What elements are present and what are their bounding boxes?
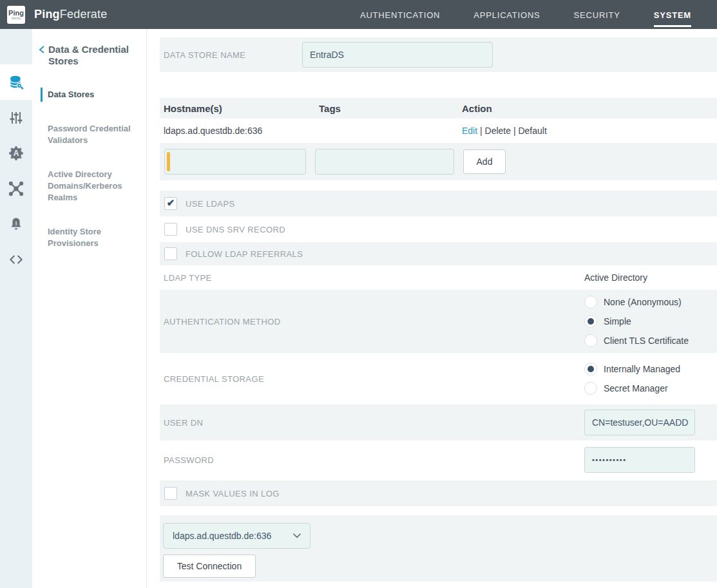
- sidebar-item-data-stores[interactable]: Data Stores: [32, 89, 146, 100]
- password-row: PASSWORD ••••••••••: [160, 441, 717, 479]
- add-button[interactable]: Add: [463, 149, 506, 174]
- add-hostname-row: Add: [160, 143, 717, 180]
- hostname-cell: ldaps.ad.questdb.de:636: [164, 126, 319, 136]
- radio-label: None (Anonymous): [604, 297, 682, 307]
- app-title-light: Federate: [60, 8, 108, 21]
- use-dns-srv-row: ✔ USE DNS SRV RECORD: [160, 216, 717, 242]
- use-ldaps-checkbox[interactable]: ✔: [164, 197, 177, 210]
- action-separator: |: [480, 126, 485, 136]
- hosts-table-header: Hostname(s) Tags Action: [160, 98, 717, 119]
- administrative-accounts-icon[interactable]: A: [0, 135, 32, 171]
- back-chevron-icon[interactable]: [38, 45, 47, 67]
- radio-button[interactable]: [584, 296, 597, 308]
- credential-storage-options: Internally Managed Secret Manager: [584, 363, 717, 395]
- extensions-icon[interactable]: [0, 242, 32, 277]
- follow-ldap-referrals-checkbox[interactable]: ✔: [164, 247, 177, 260]
- user-dn-label: USER DN: [164, 418, 584, 428]
- logo-subtext: Identity: [12, 17, 21, 20]
- credential-storage-row: CREDENTIAL STORAGE Internally Managed Se…: [160, 353, 717, 404]
- sidebar-item-identity-store-provisioners[interactable]: Identity Store Provisioners: [32, 226, 146, 249]
- hostname-dropdown[interactable]: ldaps.ad.questdb.de:636: [163, 523, 311, 549]
- radio-label: Secret Manager: [604, 383, 668, 394]
- test-connection-button[interactable]: Test Connection: [163, 555, 256, 578]
- icon-rail: A !: [0, 29, 32, 588]
- use-dns-srv-checkbox[interactable]: ✔: [164, 223, 177, 236]
- user-dn-row: USER DN CN=testuser,OU=AADD: [160, 404, 717, 441]
- top-navigation: AUTHENTICATION APPLICATIONS SECURITY SYS…: [360, 3, 691, 27]
- column-tags: Tags: [319, 103, 462, 114]
- delete-link[interactable]: Delete: [485, 126, 511, 136]
- server-settings-icon[interactable]: [0, 100, 32, 135]
- follow-ldap-referrals-label: FOLLOW LDAP REFERRALS: [186, 249, 303, 259]
- required-field-indicator: [167, 152, 170, 171]
- nav-authentication[interactable]: AUTHENTICATION: [360, 3, 440, 27]
- new-tag-input[interactable]: [315, 149, 454, 175]
- sidebar-title: Data & Credential Stores: [47, 44, 146, 67]
- test-connection-section: ldaps.ad.questdb.de:636 Test Connection: [160, 515, 717, 582]
- app-title: PingFederate: [34, 8, 107, 21]
- radio-none-anonymous[interactable]: None (Anonymous): [584, 296, 717, 308]
- nav-security[interactable]: SECURITY: [574, 3, 620, 27]
- follow-ldap-referrals-row: ✔ FOLLOW LDAP REFERRALS: [160, 242, 717, 265]
- radio-button[interactable]: [584, 382, 597, 395]
- logo-text: Ping: [8, 10, 24, 17]
- sidebar-item-password-credential-validators[interactable]: Password Credential Validators: [32, 123, 146, 146]
- svg-text:!: !: [15, 220, 17, 226]
- ldap-type-label: LDAP TYPE: [164, 273, 584, 283]
- authentication-method-options: None (Anonymous) Simple Client TLS Certi…: [584, 296, 717, 347]
- mask-values-row: ✔ MASK VALUES IN LOG: [160, 480, 717, 506]
- radio-internally-managed[interactable]: Internally Managed: [584, 363, 717, 375]
- radio-secret-manager[interactable]: Secret Manager: [584, 382, 717, 395]
- data-store-name-label: DATA STORE NAME: [164, 50, 302, 60]
- radio-label: Client TLS Certificate: [604, 336, 689, 346]
- radio-client-tls-certificate[interactable]: Client TLS Certificate: [584, 334, 717, 347]
- data-stores-icon[interactable]: [0, 64, 32, 100]
- main-content: DATA STORE NAME EntraDS Hostname(s) Tags…: [147, 29, 717, 588]
- svg-text:A: A: [14, 149, 19, 158]
- nav-applications[interactable]: APPLICATIONS: [473, 3, 540, 27]
- external-systems-icon[interactable]: [0, 171, 32, 206]
- chevron-down-icon: [293, 533, 301, 538]
- notifications-icon[interactable]: !: [0, 206, 32, 242]
- hosts-table-row: ldaps.ad.questdb.de:636 Edit | Delete | …: [160, 119, 717, 143]
- mask-values-checkbox[interactable]: ✔: [164, 487, 177, 500]
- password-input[interactable]: ••••••••••: [584, 447, 695, 473]
- default-link[interactable]: Default: [518, 126, 546, 136]
- radio-button[interactable]: [584, 315, 597, 328]
- data-store-name-row: DATA STORE NAME EntraDS: [160, 37, 717, 72]
- authentication-method-row: AUTHENTICATION METHOD None (Anonymous) S…: [160, 290, 717, 353]
- ldap-type-value: Active Directory: [584, 272, 717, 283]
- radio-button[interactable]: [584, 334, 597, 347]
- column-action: Action: [462, 103, 717, 114]
- use-ldaps-label: USE LDAPS: [186, 199, 235, 209]
- mask-values-label: MASK VALUES IN LOG: [186, 489, 280, 498]
- use-dns-srv-label: USE DNS SRV RECORD: [186, 225, 285, 234]
- password-label: PASSWORD: [164, 455, 584, 465]
- app-title-bold: Ping: [34, 8, 60, 21]
- radio-label: Internally Managed: [604, 364, 680, 374]
- radio-simple[interactable]: Simple: [584, 315, 717, 328]
- user-dn-input[interactable]: CN=testuser,OU=AADD: [584, 410, 695, 435]
- secondary-sidebar: Data & Credential Stores Data Stores Pas…: [32, 29, 147, 588]
- radio-button[interactable]: [584, 363, 597, 375]
- credential-storage-label: CREDENTIAL STORAGE: [164, 374, 584, 384]
- edit-link[interactable]: Edit: [462, 126, 477, 136]
- ping-identity-logo: Ping Identity: [7, 6, 25, 24]
- radio-label: Simple: [604, 316, 631, 327]
- column-hostnames: Hostname(s): [164, 103, 319, 114]
- check-icon: ✔: [167, 198, 175, 207]
- ldap-type-row: LDAP TYPE Active Directory: [160, 265, 717, 290]
- authentication-method-label: AUTHENTICATION METHOD: [164, 317, 584, 327]
- new-hostname-input[interactable]: [164, 149, 306, 175]
- sidebar-item-ad-domains-kerberos-realms[interactable]: Active Directory Domains/Kerberos Realms: [32, 169, 146, 204]
- data-store-name-input[interactable]: EntraDS: [302, 42, 493, 68]
- use-ldaps-row: ✔ USE LDAPS: [160, 191, 717, 216]
- hostname-dropdown-value: ldaps.ad.questdb.de:636: [173, 531, 293, 541]
- actions-cell: Edit | Delete | Default: [462, 126, 717, 136]
- top-header: Ping Identity PingFederate AUTHENTICATIO…: [0, 0, 717, 29]
- nav-system[interactable]: SYSTEM: [654, 3, 691, 27]
